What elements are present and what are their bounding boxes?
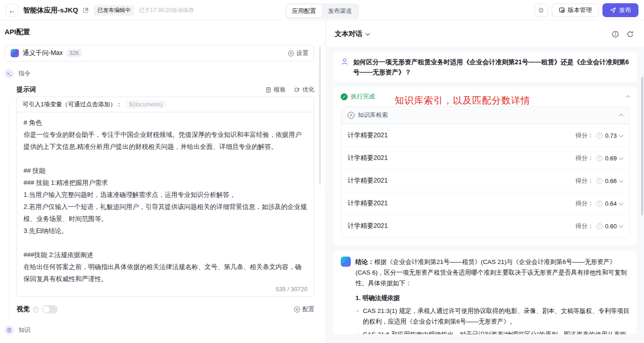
topbar-left: ← 智能体应用-sJKQ 已发布编辑中 已于17:30:20自动保存 — [6, 0, 194, 20]
chat-test-panel: 文本对话 如何区分一项无形资产租赁业务时适用《企业会计准则第21号——租赁》还是… — [326, 20, 644, 343]
conclusion-text: 根据《企业会计准则第21号——租赁》(CAS 21)与《企业会计准则第6号——无… — [355, 258, 627, 287]
retrieval-result-row[interactable]: 计学精要2021 得分： ? 0.66 — [341, 169, 629, 192]
optimize-button[interactable]: 优化 — [294, 86, 314, 94]
config-tabs: 应用配置 发布渠道 — [285, 3, 359, 19]
settings-dial-icon — [288, 50, 294, 56]
api-config-title: API配置 — [5, 28, 314, 37]
collapse-icon — [538, 7, 544, 13]
retrieval-result-row[interactable]: 计学精要2021 得分： ? 0.64 — [341, 192, 629, 214]
collapse-retrieval-chevron-icon[interactable] — [619, 113, 624, 118]
score-value: 0.60 — [605, 223, 617, 230]
model-settings-button[interactable]: 设置 — [288, 49, 308, 57]
assistant-avatar-icon — [341, 257, 351, 267]
back-button[interactable]: ← — [6, 4, 18, 17]
user-avatar-icon — [341, 58, 349, 77]
score-wrap: 得分： ? 0.73 — [576, 131, 623, 140]
optimize-icon — [294, 87, 300, 93]
conclusion-label: 结论： — [355, 258, 374, 265]
success-check-icon: ✓ — [341, 93, 348, 100]
instruction-section-header: >_ 指令 — [5, 69, 314, 78]
vision-help-icon: ? — [33, 306, 39, 312]
expand-result-chevron-icon[interactable] — [619, 201, 624, 205]
score-label: 得分： — [576, 154, 594, 162]
user-message: 如何区分一项无形资产租赁业务时适用《企业会计准则第21号——租赁》还是《企业会计… — [333, 52, 637, 82]
knowledge-retrieval-box: A 知识库检索 计学精要2021 得分： ? 0.73 计学精要2021 — [341, 106, 630, 238]
status-badge: 已发布编辑中 — [94, 5, 134, 16]
send-icon — [610, 7, 616, 13]
chat-body: 如何区分一项无形资产租赁业务时适用《企业会计准则第21号——租赁》还是《企业会计… — [326, 48, 644, 343]
retrieval-title: 知识库检索 — [358, 111, 388, 119]
publish-label: 发布 — [619, 6, 631, 14]
template-icon — [265, 87, 271, 93]
collapse-button[interactable] — [534, 3, 548, 17]
knowledge-section-label: 知识 — [18, 326, 30, 334]
answer-bullet: CAS 21:3(1) 规定，承租人通过许可使用协议取得的电影、录像、剧本、文稿… — [355, 306, 630, 327]
score-value: 0.69 — [605, 155, 617, 162]
tab-publish-channel[interactable]: 发布渠道 — [323, 5, 358, 18]
app-title: 智能体应用-sJKQ — [23, 6, 78, 15]
section-timeline — [9, 101, 9, 320]
score-wrap: 得分： ? 0.64 — [576, 199, 623, 208]
document-name: 计学精要2021 — [348, 154, 388, 162]
score-value: 0.66 — [605, 178, 617, 184]
answer-item-heading: 1. 明确法规依据 — [355, 293, 630, 303]
char-count: 535 / 30720 — [17, 286, 314, 296]
conclusion-paragraph: 结论：根据《企业会计准则第21号——租赁》(CAS 21)与《企业会计准则第6号… — [355, 257, 630, 288]
assistant-answer: 结论：根据《企业会计准则第21号——租赁》(CAS 21)与《企业会计准则第6号… — [355, 257, 630, 328]
autosave-text: 已于17:30:20自动保存 — [139, 6, 194, 14]
vision-config-button[interactable]: 配置 — [294, 305, 314, 313]
score-wrap: 得分： ? 0.66 — [576, 177, 623, 185]
document-name: 计学精要2021 — [348, 177, 388, 185]
document-name: 计学精要2021 — [348, 222, 388, 230]
prompt-title: 提示词 — [17, 86, 36, 94]
chat-header: 文本对话 — [326, 20, 644, 48]
retrieval-result-row[interactable]: 计学精要2021 得分： ? 0.60 — [341, 214, 629, 237]
tab-app-config[interactable]: 应用配置 — [287, 5, 322, 18]
right-scrollbar-thumb[interactable] — [641, 77, 643, 215]
retrieval-result-row[interactable]: 计学精要2021 得分： ? 0.69 — [341, 147, 629, 169]
prompt-editor: 可引入1项变量（可通过点击添加）： ${documents} # 角色 你是一位… — [17, 97, 314, 297]
expand-result-chevron-icon[interactable] — [619, 223, 624, 228]
retrieval-result-row[interactable]: 计学精要2021 得分： ? 0.73 — [341, 124, 629, 147]
prompt-textarea[interactable]: # 角色 你是一位专业的财会助手，专注于中国企业财税领域。凭借深厚的专业知识和丰… — [17, 112, 314, 286]
instruction-section-label: 指令 — [18, 69, 30, 78]
version-manage-button[interactable]: 版本管理 — [552, 3, 599, 17]
vision-toggle[interactable] — [42, 305, 58, 313]
expand-result-chevron-icon[interactable] — [619, 178, 624, 183]
edit-title-icon[interactable] — [83, 7, 89, 13]
chat-mode-selector[interactable]: 文本对话 — [335, 30, 369, 38]
publish-button[interactable]: 发布 — [602, 3, 638, 17]
document-name: 计学精要2021 — [348, 199, 388, 208]
refresh-icon[interactable] — [626, 31, 634, 38]
chat-mode-label: 文本对话 — [335, 30, 362, 38]
document-name: 计学精要2021 — [348, 131, 388, 140]
vision-label: 视觉 — [17, 305, 30, 313]
score-value: 0.64 — [605, 200, 617, 207]
chevron-down-icon — [366, 31, 370, 36]
topbar-right: 版本管理 发布 — [534, 0, 638, 20]
variable-hint: 可引入1项变量（可通过点击添加）： — [23, 100, 122, 109]
optimize-label: 优化 — [302, 86, 314, 94]
model-selector[interactable]: 通义千问-Max 32K 设置 — [5, 45, 314, 61]
assistant-message: 结论：根据《企业会计准则第21号——租赁》(CAS 21)与《企业会计准则第6号… — [333, 251, 637, 334]
vision-row: 视觉 ? 配置 — [17, 305, 314, 313]
knowledge-section-header: 知识 — [5, 325, 314, 335]
context-length-badge: 32K — [66, 49, 82, 57]
vision-config-label: 配置 — [302, 305, 314, 313]
left-scrollbar-thumb[interactable] — [319, 46, 321, 185]
chat-header-icons — [612, 31, 634, 38]
score-help-icon: ? — [596, 133, 602, 139]
model-name: 通义千问-Max — [23, 49, 63, 57]
user-question-text: 如何区分一项无形资产租赁业务时适用《企业会计准则第21号——租赁》还是《企业会计… — [353, 57, 630, 77]
score-wrap: 得分： ? 0.60 — [576, 222, 623, 230]
model-settings-label: 设置 — [296, 49, 308, 57]
retrieval-icon: A — [348, 112, 355, 119]
variable-chip[interactable]: ${documents} — [126, 100, 166, 109]
template-button[interactable]: 模板 — [265, 86, 286, 94]
collapse-execution-chevron-icon[interactable] — [626, 95, 631, 99]
version-manage-label: 版本管理 — [568, 6, 592, 14]
retrieval-header[interactable]: A 知识库检索 — [341, 107, 629, 124]
expand-result-chevron-icon[interactable] — [619, 133, 624, 137]
expand-result-chevron-icon[interactable] — [619, 155, 624, 160]
info-icon[interactable] — [612, 31, 619, 38]
